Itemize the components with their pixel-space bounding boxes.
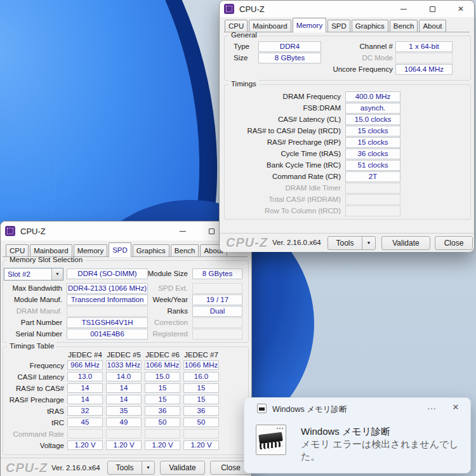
toast-message: メモリ エラーは検出されませんでした。 <box>301 439 470 463</box>
tab-spd[interactable]: SPD <box>109 242 131 257</box>
module-type-field: DDR4 (SO-DIMM) <box>67 268 148 279</box>
close-icon[interactable]: ✕ <box>450 3 472 15</box>
ranks-label: Ranks <box>143 306 188 317</box>
size-field: 8 GBytes <box>258 53 321 63</box>
table-cell: 966 MHz <box>67 360 103 370</box>
minimize-icon <box>400 9 407 10</box>
tab-graphics[interactable]: Graphics <box>133 244 169 256</box>
tab-about[interactable]: About <box>419 20 446 32</box>
slot-select-value: Slot #2 <box>4 268 51 280</box>
group-legend: Timings Table <box>7 342 56 350</box>
toast-title: Windows メモリ診断 <box>301 426 390 438</box>
week-year-field: 19 / 17 <box>192 294 242 305</box>
dram-idle-timer-label: DRAM Idle Timer <box>220 183 341 194</box>
minimize-icon <box>180 231 186 232</box>
tools-dropdown-icon[interactable]: ▼ <box>362 236 376 250</box>
tab-bench[interactable]: Bench <box>171 244 199 256</box>
ras-to-cas-row-label: RAS# to CAS# <box>1 383 64 394</box>
validate-button[interactable]: Validate <box>381 236 430 250</box>
more-icon[interactable]: … <box>423 400 440 411</box>
titlebar[interactable]: CPU-Z ✕ <box>220 1 474 17</box>
tools-button[interactable]: Tools <box>327 236 362 250</box>
memory-chip-small-icon <box>257 404 267 413</box>
total-cas-label: Total CAS# (tRDRAM) <box>220 194 341 205</box>
dropdown-icon[interactable]: ▼ <box>51 268 63 280</box>
tab-mainboard[interactable]: Mainboard <box>30 244 72 256</box>
window-title: CPU-Z <box>239 4 265 14</box>
table-cell: 15 <box>183 395 219 404</box>
table-cell: 14.0 <box>106 372 142 381</box>
minimize-button[interactable] <box>393 3 414 15</box>
table-cell: 50 <box>145 418 180 427</box>
voltage-row-label: Voltage <box>1 440 64 451</box>
max-bandwidth-label: Max Bandwidth <box>1 283 62 294</box>
uncore-frequency-field: 1064.4 MHz <box>395 64 453 75</box>
table-cell: 15.0 <box>145 372 180 381</box>
tab-graphics[interactable]: Graphics <box>352 20 388 32</box>
memory-chip-icon <box>256 425 286 455</box>
window-footer: CPU-Z Ver. 2.16.0.x64 Tools ▼ Validate C… <box>1 458 251 476</box>
maximize-button[interactable] <box>421 3 443 15</box>
module-size-label: Module Size <box>143 268 188 279</box>
dram-manuf-label: DRAM Manuf. <box>1 306 62 317</box>
channel-field: 1 x 64-bit <box>395 41 453 52</box>
table-cell <box>67 429 103 439</box>
spd-ext-field <box>192 283 242 294</box>
tab-bar: CPU Mainboard Memory SPD Graphics Bench … <box>6 242 228 256</box>
serial-number-field: 0014E4B6 <box>67 329 148 340</box>
max-bandwidth-field: DDR4-2133 (1066 MHz) <box>67 283 148 294</box>
tools-button[interactable]: Tools <box>107 461 142 475</box>
cas-latency-field: 15.0 clocks <box>345 114 400 125</box>
type-field: DDR4 <box>258 41 321 52</box>
tab-cpu[interactable]: CPU <box>6 244 29 256</box>
table-cell: 15 <box>145 395 180 404</box>
uncore-frequency-label: Uncore Frequency <box>329 64 393 75</box>
table-cell <box>183 429 219 439</box>
fsb-dram-label: FSB:DRAM <box>220 103 341 114</box>
toast-app-name: Windows メモリ診断 <box>272 404 347 415</box>
ras-precharge-field: 15 clocks <box>345 137 400 148</box>
table-cell: 1066 MHz <box>145 360 180 370</box>
table-cell: 1066 MHz <box>183 360 219 370</box>
tab-divider <box>224 32 470 32</box>
windows-memory-diagnostic-toast[interactable]: Windows メモリ診断 … ✕ Windows メモリ診断 メモリ エラーは… <box>244 397 471 473</box>
window-title: CPU-Z <box>20 227 46 236</box>
tab-spd[interactable]: SPD <box>327 20 350 32</box>
command-rate-field: 2T <box>345 171 400 182</box>
trc-row-label: tRC <box>1 418 64 428</box>
tab-cpu[interactable]: CPU <box>225 20 248 32</box>
tab-memory[interactable]: Memory <box>74 244 108 256</box>
ras-to-cas-delay-label: RAS# to CAS# Delay (tRCD) <box>220 126 341 136</box>
spd-ext-label: SPD Ext. <box>143 283 188 294</box>
table-cell <box>145 429 180 439</box>
dc-mode-field <box>395 53 453 63</box>
titlebar[interactable]: CPU-Z <box>1 221 251 241</box>
module-manuf-label: Module Manuf. <box>1 294 62 305</box>
tab-bench[interactable]: Bench <box>390 20 418 32</box>
maximize-icon <box>430 6 435 12</box>
part-number-label: Part Number <box>1 317 62 328</box>
validate-button[interactable]: Validate <box>160 461 205 475</box>
tab-mainboard[interactable]: Mainboard <box>249 20 291 32</box>
toast-close-icon[interactable]: ✕ <box>449 402 463 412</box>
size-label: Size <box>234 53 248 63</box>
table-cell: 32 <box>67 406 103 416</box>
total-cas-field <box>345 194 400 205</box>
group-legend: Timings <box>228 80 259 88</box>
tools-dropdown-icon[interactable]: ▼ <box>142 461 155 475</box>
close-button[interactable]: Close <box>435 236 473 250</box>
table-cell: 14 <box>67 383 103 393</box>
table-cell: 49 <box>106 418 142 427</box>
dram-frequency-label: DRAM Frequency <box>220 91 341 102</box>
row-to-column-field <box>345 206 400 216</box>
dram-idle-timer-field <box>345 183 400 194</box>
chip-window-dots <box>282 428 283 429</box>
command-rate-label: Command Rate (CR) <box>220 171 341 182</box>
slot-select[interactable]: Slot #2 ▼ <box>4 268 63 281</box>
module-size-field: 8 GBytes <box>192 268 242 279</box>
cpuz-spd-window: CPU-Z CPU Mainboard Memory SPD Graphics … <box>0 221 252 476</box>
minimize-button[interactable] <box>172 225 194 237</box>
row-to-column-label: Row To Column (tRCD) <box>220 206 341 216</box>
ranks-field: Dual <box>192 306 242 317</box>
tab-memory[interactable]: Memory <box>293 18 327 32</box>
